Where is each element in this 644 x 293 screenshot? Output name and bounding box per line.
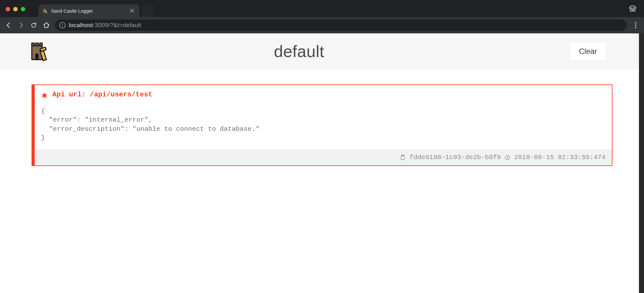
nav-home-button[interactable]	[42, 21, 50, 29]
log-title-row: Api url: /api/users/test	[35, 85, 612, 101]
site-info-icon[interactable]: i	[59, 22, 66, 28]
log-card-error: Api url: /api/users/test { "error": "int…	[32, 84, 612, 166]
browser-chrome: Sand Castle Logger	[0, 0, 644, 33]
svg-point-8	[635, 25, 636, 26]
browser-tab-inactive[interactable]	[142, 4, 153, 17]
window-close-button[interactable]	[6, 7, 10, 11]
svg-rect-2	[44, 9, 45, 9]
log-timestamp: 2018-08-15 02:33:55:474	[514, 154, 606, 161]
app-header: default Clear	[0, 33, 644, 69]
url-host: localhost	[69, 22, 93, 28]
url-path: /?&t=default	[108, 22, 141, 28]
browser-menu-button[interactable]	[631, 21, 640, 29]
page-title: default	[28, 42, 570, 61]
svg-rect-11	[32, 43, 34, 46]
log-title: Api url: /api/users/test	[52, 91, 152, 99]
vertical-scrollbar[interactable]	[639, 33, 644, 293]
window-minimize-button[interactable]	[13, 7, 18, 11]
tab-title: Sand Castle Logger	[51, 8, 93, 14]
clear-button[interactable]: Clear	[570, 42, 606, 60]
svg-point-7	[635, 22, 636, 24]
svg-rect-3	[45, 9, 46, 9]
log-footer: fdde6198-1c93-de2b-b8f9 2018-08-15 02:33…	[35, 149, 612, 165]
svg-rect-1	[43, 9, 44, 9]
url-port: :3009	[93, 22, 108, 28]
nav-forward-button[interactable]	[17, 21, 25, 29]
svg-point-9	[635, 27, 636, 28]
nav-back-button[interactable]	[4, 21, 13, 29]
app-logo-castle-icon	[29, 40, 51, 62]
tab-strip: Sand Castle Logger	[0, 0, 644, 17]
browser-tab-active[interactable]: Sand Castle Logger	[38, 4, 139, 17]
url-text: localhost:3009/?&t=default	[69, 22, 141, 29]
page-viewport: default Clear Api url: /api/users/test {…	[0, 33, 644, 293]
svg-point-5	[630, 9, 632, 11]
log-body: { "error": "internal_error", "error_desc…	[35, 101, 612, 149]
browser-toolbar: i localhost:3009/?&t=default	[0, 17, 644, 33]
svg-rect-19	[402, 155, 404, 156]
tab-close-button[interactable]	[129, 8, 135, 14]
id-icon	[400, 154, 406, 161]
window-controls	[6, 7, 25, 11]
clock-icon	[505, 155, 510, 160]
svg-rect-13	[40, 43, 42, 46]
svg-point-6	[633, 9, 635, 11]
tab-favicon-castle-icon	[42, 8, 48, 14]
log-id: fdde6198-1c93-de2b-b8f9	[409, 154, 501, 161]
incognito-icon	[628, 4, 637, 13]
svg-rect-12	[36, 43, 38, 46]
svg-rect-14	[35, 54, 39, 60]
nav-reload-button[interactable]	[30, 21, 38, 29]
bug-icon	[41, 91, 48, 98]
address-bar[interactable]: i localhost:3009/?&t=default	[55, 20, 627, 31]
window-zoom-button[interactable]	[21, 7, 25, 11]
log-area: Api url: /api/users/test { "error": "int…	[0, 69, 644, 179]
